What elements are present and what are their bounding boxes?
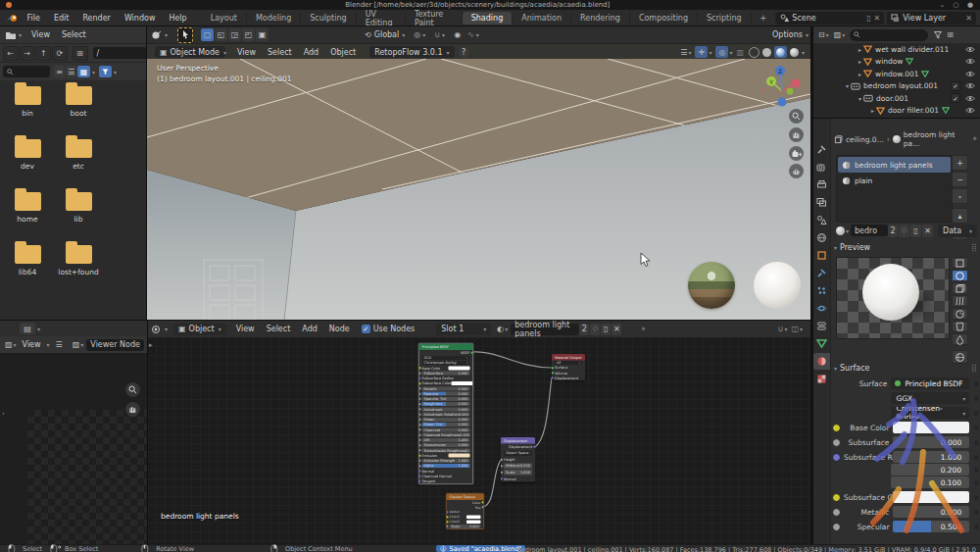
forward-button[interactable]: → [20, 46, 35, 61]
preview-cloth-button[interactable] [952, 321, 968, 332]
image-view-menu[interactable]: View [17, 340, 47, 349]
node-value-slider[interactable]: Clearcoat0.000 [422, 427, 470, 431]
animate-dot[interactable] [974, 525, 979, 529]
node-value-slider[interactable]: Emission Strength1.000 [422, 459, 470, 463]
node-dropdown[interactable]: Christensen-Burley▾ [422, 361, 470, 365]
outliner-row[interactable]: ▸door filler.001 [813, 105, 980, 118]
expand-arrow[interactable]: ▾ [846, 82, 849, 89]
orientation-caret[interactable]: ▾ [402, 31, 405, 38]
editor-type-3d-icon[interactable] [151, 30, 163, 40]
editor-type-caret[interactable]: ▾ [19, 31, 22, 38]
folder-item-home[interactable]: home [2, 186, 53, 239]
node-dropdown[interactable]: All▾ [555, 361, 582, 365]
expand-arrow[interactable]: ▸ [858, 46, 861, 53]
node-row-tangent[interactable]: Tangent [419, 478, 473, 483]
folder-item-etc[interactable]: etc [53, 133, 104, 186]
falloff-caret[interactable]: ▾ [476, 31, 479, 38]
surface-section-header[interactable]: ▾ Surface ⣿ [834, 364, 870, 373]
select-mode-tweak-icon[interactable]: ▢ [201, 28, 214, 41]
hamburger-icon[interactable]: ☰ [56, 340, 63, 349]
node-dropdown[interactable]: GGX▾ [422, 356, 470, 360]
preview-plane-button[interactable] [952, 257, 968, 269]
viewport-canvas[interactable]: User Perspective (1) bedroom layout.001 … [147, 59, 810, 321]
create-folder-button[interactable]: ⊞ [73, 46, 88, 61]
display-mode-caret[interactable]: ▾ [92, 69, 95, 75]
outliner-funnel-icon[interactable] [934, 31, 942, 39]
viewport-menu-add[interactable]: Add [298, 48, 325, 57]
outliner-filter-icon[interactable]: ▨ [834, 30, 842, 39]
node-value-slider[interactable]: Subsurface0.000 [422, 372, 470, 376]
animate-dot[interactable] [974, 396, 979, 401]
widget[interactable]: 0.100 [891, 477, 969, 488]
tab-render-icon[interactable] [813, 159, 830, 176]
display-vertical-list-icon[interactable]: ≡ [54, 66, 65, 77]
preview-hair-button[interactable] [952, 295, 968, 307]
node-value-slider[interactable]: Sheen0.000 [422, 418, 470, 422]
material-name-field[interactable]: bedro [851, 225, 888, 236]
shading-rendered-icon[interactable] [790, 48, 799, 57]
outliner-item-label[interactable]: door.001 [876, 94, 908, 103]
widget[interactable]: 1.000 [893, 451, 969, 463]
material-browse-icon[interactable] [836, 226, 845, 235]
filter-caret[interactable]: ▾ [114, 69, 117, 75]
workspace-tab-shading[interactable]: Shading [463, 12, 514, 25]
workspace-tab-modeling[interactable]: Modeling [247, 12, 301, 25]
scene-new-icon[interactable]: ▯ [866, 14, 870, 23]
orientation-value[interactable]: Global [374, 30, 400, 39]
view-layer-unlink-icon[interactable]: ✕ [965, 14, 972, 23]
node-overlay-icon[interactable]: ◫ [791, 325, 799, 333]
show-overlays-icon[interactable]: ◎ [715, 46, 728, 58]
node-value-slider[interactable]: Transmission0.000 [422, 443, 470, 447]
material-slot-bedroom-light-panels[interactable]: bedroom light panels [838, 157, 951, 173]
display-thumbnail-icon[interactable]: ▦ [77, 66, 90, 77]
workspace-tab-compositing[interactable]: Compositing [630, 12, 698, 25]
tab-constraints-icon[interactable] [813, 318, 830, 334]
options-dropdown[interactable]: Options ▾ [772, 30, 808, 39]
file-browser-menu-select[interactable]: Select [56, 30, 92, 39]
show-gizmo-icon[interactable]: ✛ [695, 46, 708, 58]
slot-dropdown[interactable]: Slot 1▾ [436, 324, 491, 335]
material-users-count[interactable]: 2 [888, 225, 898, 237]
expand-arrow[interactable]: ▸ [871, 107, 874, 114]
editor-type-caret[interactable]: ▾ [165, 31, 168, 38]
display-horizontal-list-icon[interactable]: ☰ [66, 66, 76, 77]
file-browser-menu-view[interactable]: View [25, 30, 56, 39]
outliner-row[interactable]: ▸window.001 [813, 68, 980, 80]
input-socket[interactable] [447, 520, 450, 524]
workspace-tab-layout[interactable]: Layout [202, 12, 247, 25]
node-value-slider[interactable]: Sheen Tint0.500 [422, 423, 470, 427]
tab-world-icon[interactable] [813, 229, 830, 246]
link-data-dropdown[interactable]: Data▾ [938, 225, 977, 237]
breadcrumb-material[interactable]: bedroom light pa... [904, 130, 973, 148]
add-slot-button[interactable]: + [952, 155, 968, 171]
node-value-slider[interactable]: Midlevel0.500 [504, 464, 532, 469]
blender-logo-icon[interactable] [6, 13, 19, 24]
shading-wireframe-icon[interactable] [749, 47, 760, 58]
node-value-slider[interactable]: Clearcoat Roughness0.030 [422, 433, 470, 437]
tab-particles-icon[interactable] [813, 282, 830, 299]
visibility-eye-icon[interactable] [965, 58, 975, 65]
workspace-tab-scripting[interactable]: Scripting [698, 12, 752, 25]
color-swatch[interactable] [466, 520, 480, 524]
path-input[interactable]: / [93, 47, 148, 59]
widget[interactable]: 0.000 [893, 506, 969, 518]
animate-dot[interactable] [974, 480, 979, 485]
output-socket[interactable] [533, 445, 536, 449]
fake-user-shield-icon[interactable]: ♢ [899, 225, 909, 237]
folder-item-bin[interactable]: bin [2, 80, 53, 133]
node-menu-select[interactable]: Select [261, 325, 297, 333]
outliner-item-label[interactable]: wet wall divider.011 [875, 45, 949, 54]
shading-material-icon[interactable] [774, 46, 787, 58]
expand-arrow[interactable]: ▸ [858, 58, 861, 65]
viewport-menu-view[interactable]: View [231, 48, 262, 57]
tab-object-icon[interactable] [813, 247, 830, 264]
retopoflow-dropdown[interactable]: RetopoFlow 3.0.1 ▾ [369, 46, 454, 58]
preview-shaderball-button[interactable] [952, 308, 968, 320]
outliner-search-input[interactable] [850, 29, 928, 41]
outliner-item-label[interactable]: door filler.001 [888, 106, 939, 115]
new-material-icon[interactable]: ▯ [601, 324, 611, 335]
folder-item-boot[interactable]: boot [53, 80, 104, 133]
node-value-slider[interactable]: Specular0.500 [422, 392, 470, 396]
fake-user-shield-icon[interactable]: ♢ [590, 324, 600, 335]
color-swatch[interactable] [448, 366, 469, 370]
